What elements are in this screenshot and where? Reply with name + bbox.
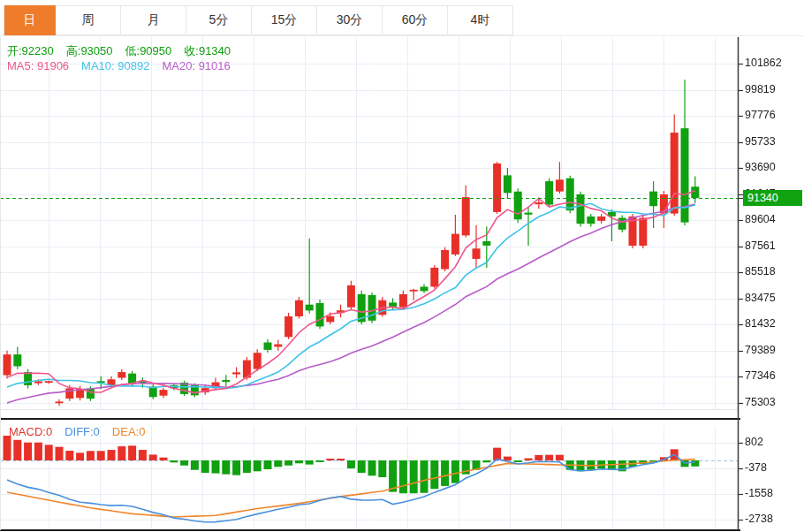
price-tick-label: 89604 <box>745 213 801 225</box>
macd-tick-label: -1558 <box>745 487 801 499</box>
ma-legend-item: MA20: 91016 <box>162 59 230 72</box>
macd-tick-label: -378 <box>745 461 801 474</box>
macd-legend: MACD:0DIFF:0DEA:0 <box>9 425 157 438</box>
price-tick-label: 81432 <box>745 317 801 330</box>
ma-legend: MA5: 91906MA10: 90892MA20: 91016 <box>7 59 243 72</box>
ohlc-item: 低:90950 <box>125 44 172 57</box>
price-tick-label: 93690 <box>745 161 801 173</box>
ohlc-item: 收:91340 <box>184 44 231 57</box>
ohlc-item: 开:92230 <box>7 44 54 57</box>
price-tick-label: 83475 <box>745 292 801 304</box>
price-tick-label: 77346 <box>745 369 801 382</box>
macd-legend-item: DIFF:0 <box>64 425 100 438</box>
price-tick-label: 79389 <box>745 344 801 356</box>
tab-月[interactable]: 月 <box>121 5 186 35</box>
tab-15分[interactable]: 15分 <box>252 5 317 35</box>
price-tick-label: 99819 <box>745 83 801 95</box>
ohlc-legend: 开:92230高:93050低:90950收:91340 <box>7 43 243 59</box>
tab-周[interactable]: 周 <box>56 5 121 35</box>
macd-tick-label: 802 <box>745 436 801 448</box>
price-tick-label: 97776 <box>745 109 801 121</box>
timeframe-tab-bar: 日周月5分15分30分60分4时 <box>4 5 513 36</box>
ma-legend-item: MA10: 90892 <box>81 59 149 72</box>
current-price-badge: 91340 <box>743 190 802 206</box>
ma-legend-item: MA5: 91906 <box>7 59 69 72</box>
tab-日[interactable]: 日 <box>4 5 56 35</box>
tab-5分[interactable]: 5分 <box>186 5 252 35</box>
macd-legend-item: DEA:0 <box>112 425 146 438</box>
price-tick-label: 87561 <box>745 239 801 252</box>
tab-30分[interactable]: 30分 <box>317 5 383 35</box>
candlestick-macd-chart-canvas[interactable] <box>0 0 804 532</box>
price-tick-label: 101862 <box>745 57 801 69</box>
macd-legend-item: MACD:0 <box>9 425 52 438</box>
macd-tick-label: -2738 <box>745 513 801 525</box>
price-tick-label: 75303 <box>745 396 801 408</box>
kline-chart-app: 日周月5分15分30分60分4时 开:92230高:93050低:90950收:… <box>0 0 804 532</box>
price-tick-label: 85518 <box>745 265 801 277</box>
ohlc-item: 高:93050 <box>66 44 113 57</box>
price-tick-label: 95733 <box>745 135 801 148</box>
tab-4时[interactable]: 4时 <box>448 5 513 35</box>
tab-60分[interactable]: 60分 <box>383 5 448 35</box>
